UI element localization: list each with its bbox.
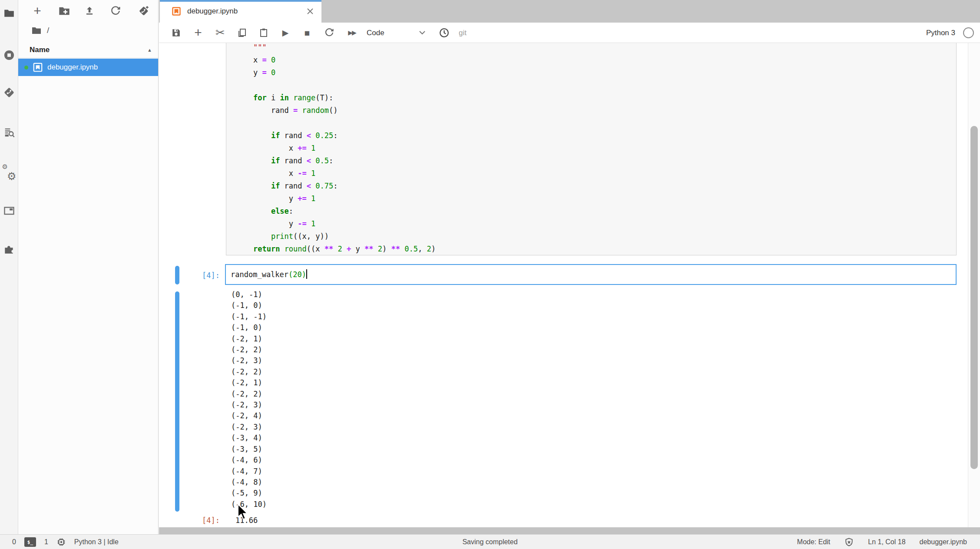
chevron-down-icon[interactable] bbox=[414, 25, 430, 40]
cut-cells-icon[interactable]: ✂ bbox=[212, 25, 228, 40]
kernel-status-icon[interactable] bbox=[963, 27, 974, 38]
stream-output: (0, -1) (-1, 0) (-1, -1) (-1, 0) (-2, 1)… bbox=[231, 289, 267, 510]
paste-cells-icon[interactable] bbox=[256, 25, 271, 40]
cell-type-dropdown[interactable]: Code bbox=[367, 23, 384, 43]
breadcrumb[interactable]: / bbox=[18, 23, 158, 38]
settings-gears-icon[interactable]: ⚙⚙ bbox=[3, 166, 16, 179]
horizontal-scrollbar[interactable] bbox=[159, 527, 980, 534]
run-cell-icon[interactable]: ▶ bbox=[278, 25, 293, 40]
output-prompt: [4]: bbox=[176, 514, 220, 526]
file-browser-icon[interactable] bbox=[3, 7, 16, 20]
kernel-running-dot bbox=[24, 66, 28, 69]
file-row-debugger-ipynb[interactable]: debugger.ipynb bbox=[18, 59, 158, 76]
git-toolbar-label[interactable]: git bbox=[459, 23, 467, 43]
file-browser-toolbar: + bbox=[18, 0, 158, 22]
tab-close-icon[interactable] bbox=[306, 7, 315, 16]
copy-cells-icon[interactable] bbox=[234, 25, 250, 40]
name-column-header[interactable]: Name bbox=[30, 46, 147, 54]
notebook-toolbar: + ✂ ▶ ■ ▶▶ Code git Python 3 bbox=[159, 23, 980, 43]
trust-shield-icon[interactable] bbox=[844, 537, 854, 547]
vertical-scrollbar[interactable] bbox=[968, 43, 980, 527]
mouse-cursor bbox=[237, 504, 249, 521]
git-icon[interactable] bbox=[3, 86, 16, 99]
save-icon[interactable] bbox=[168, 25, 184, 40]
scrollbar-thumb[interactable] bbox=[970, 126, 978, 469]
breadcrumb-root[interactable]: / bbox=[47, 26, 49, 35]
restart-run-all-icon[interactable]: ▶▶ bbox=[344, 25, 360, 40]
input-prompt: [4]: bbox=[176, 265, 220, 286]
statusbar-filename[interactable]: debugger.ipynb bbox=[920, 538, 967, 546]
code-cell-editor[interactable]: """ x = 0 y = 0 for i in range(T): rand … bbox=[226, 43, 957, 255]
notebook-scroll-area[interactable]: """ x = 0 y = 0 for i in range(T): rand … bbox=[159, 43, 980, 527]
sort-arrow-icon[interactable]: ▲ bbox=[147, 47, 152, 53]
tab-bar: debugger.ipynb bbox=[159, 0, 980, 23]
jupyterlab-window: ⚙⚙ + / Na bbox=[0, 0, 980, 549]
file-browser-panel: + / Name ▲ debugger.ipynb bbox=[18, 0, 159, 534]
active-cell-source[interactable]: random_walker(20) bbox=[226, 265, 956, 284]
git-clone-button[interactable] bbox=[136, 3, 151, 18]
tab-title: debugger.ipynb bbox=[187, 7, 300, 16]
main-dock-panel: debugger.ipynb + ✂ ▶ ■ ▶▶ bbox=[159, 0, 980, 534]
history-clock-icon[interactable] bbox=[436, 25, 452, 40]
active-cell-input[interactable]: random_walker(20) bbox=[225, 264, 957, 285]
add-cell-icon[interactable]: + bbox=[190, 25, 206, 40]
restart-kernel-icon[interactable] bbox=[321, 25, 337, 40]
new-launcher-button[interactable]: + bbox=[30, 3, 45, 18]
open-tabs-icon[interactable] bbox=[3, 204, 16, 217]
mode-indicator[interactable]: Mode: Edit bbox=[797, 538, 830, 546]
kernel-name[interactable]: Python 3 bbox=[926, 29, 955, 37]
tab-debugger-ipynb[interactable]: debugger.ipynb bbox=[160, 0, 321, 23]
code-cell-source[interactable]: """ x = 0 y = 0 for i in range(T): rand … bbox=[226, 43, 956, 255]
new-folder-button[interactable] bbox=[57, 3, 72, 18]
extensions-puzzle-icon[interactable] bbox=[3, 243, 16, 256]
file-list-header[interactable]: Name ▲ bbox=[18, 42, 158, 58]
folder-icon bbox=[31, 25, 42, 36]
cursor-position[interactable]: Ln 1, Col 18 bbox=[868, 538, 905, 546]
running-kernels-icon[interactable] bbox=[3, 49, 16, 62]
activity-bar: ⚙⚙ bbox=[0, 0, 18, 534]
status-bar: 0 $_ 1 Python 3 | Idle Saving completed … bbox=[0, 534, 980, 549]
notebook-file-icon bbox=[32, 62, 43, 73]
refresh-button[interactable] bbox=[108, 3, 123, 18]
notebook-tab-icon bbox=[171, 5, 182, 17]
upload-button[interactable] bbox=[82, 3, 97, 18]
inspector-search-icon[interactable] bbox=[3, 126, 16, 139]
interrupt-kernel-icon[interactable]: ■ bbox=[299, 25, 315, 40]
output-collapser[interactable] bbox=[175, 291, 179, 512]
file-name: debugger.ipynb bbox=[47, 63, 98, 72]
